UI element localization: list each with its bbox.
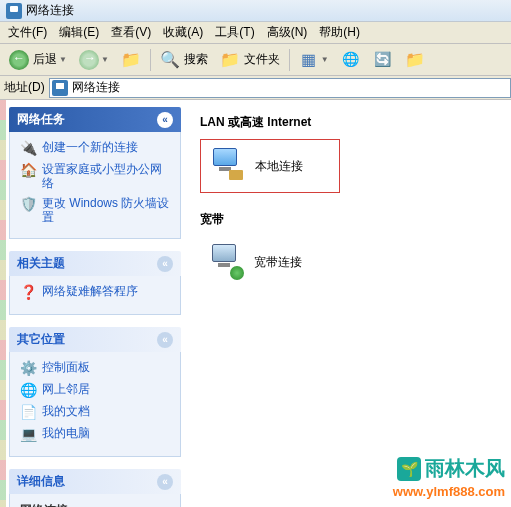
task-new-connection[interactable]: 🔌 创建一个新的连接 [20,140,170,156]
place-label: 网上邻居 [42,382,90,396]
folders-label: 文件夹 [244,51,280,68]
window-titlebar: 网络连接 [0,0,511,22]
search-label: 搜索 [184,51,208,68]
home-network-icon: 🏠 [20,162,36,178]
detail-name: 网络连接 [20,502,170,507]
place-my-computer[interactable]: 💻 我的电脑 [20,426,170,442]
documents-icon: 📄 [20,404,36,420]
separator [150,49,151,71]
group-broadband-header: 宽带 [200,211,501,228]
related-troubleshoot[interactable]: ❓ 网络疑难解答程序 [20,284,170,300]
window-title: 网络连接 [26,2,74,19]
connection-broadband[interactable]: 宽带连接 [200,236,340,288]
related-topics-header[interactable]: 相关主题 « [9,251,181,276]
sync-icon [373,50,393,70]
dropdown-arrow-icon: ▼ [321,55,329,64]
place-network-neighborhood[interactable]: 🌐 网上邻居 [20,382,170,398]
watermark-logo-icon [397,457,421,481]
back-label: 后退 [33,51,57,68]
watermark-brand: 雨林木风 [425,455,505,482]
details-header[interactable]: 详细信息 « [9,469,181,494]
collapse-icon: « [157,256,173,272]
search-icon [160,50,180,70]
place-control-panel[interactable]: ⚙️ 控制面板 [20,360,170,376]
computer-icon: 💻 [20,426,36,442]
back-button[interactable]: 后退 ▼ [4,47,72,73]
toolbar: 后退 ▼ ▼ 搜索 文件夹 ▼ [0,44,511,76]
menu-bar: 文件(F) 编辑(E) 查看(V) 收藏(A) 工具(T) 高级(N) 帮助(H… [0,22,511,44]
other-places-panel: 其它位置 « ⚙️ 控制面板 🌐 网上邻居 📄 我的文档 💻 我 [8,326,182,458]
address-value: 网络连接 [72,79,120,96]
address-label: 地址(D) [4,79,45,96]
search-button[interactable]: 搜索 [155,47,213,73]
watermark: 雨林木风 www.ylmf888.com [393,455,505,499]
new-connection-icon: 🔌 [20,140,36,156]
folders-button[interactable]: 文件夹 [215,47,285,73]
collapse-icon: « [157,112,173,128]
task-label: 创建一个新的连接 [42,140,138,154]
back-arrow-icon [9,50,29,70]
broadband-connection-icon [206,242,246,282]
connection-label: 宽带连接 [254,254,302,271]
sync-button[interactable] [368,47,398,73]
panel-title: 网络任务 [17,111,65,128]
menu-help[interactable]: 帮助(H) [315,22,364,43]
related-label: 网络疑难解答程序 [42,284,138,298]
separator [289,49,290,71]
place-my-documents[interactable]: 📄 我的文档 [20,404,170,420]
watermark-url: www.ylmf888.com [393,484,505,499]
folder-icon [405,50,425,70]
menu-view[interactable]: 查看(V) [107,22,155,43]
panel-title: 其它位置 [17,331,65,348]
address-bar: 地址(D) 网络连接 [0,76,511,100]
group-lan-header: LAN 或高速 Internet [200,114,501,131]
panel-title: 相关主题 [17,255,65,272]
menu-edit[interactable]: 编辑(E) [55,22,103,43]
network-button[interactable] [336,47,366,73]
up-folder-icon [121,50,141,70]
firewall-icon: 🛡️ [20,196,36,212]
views-icon [299,50,319,70]
up-button-2[interactable] [400,47,430,73]
address-icon [52,80,68,96]
up-button[interactable] [116,47,146,73]
views-button[interactable]: ▼ [294,47,334,73]
place-label: 我的文档 [42,404,90,418]
place-label: 控制面板 [42,360,90,374]
network-tasks-panel: 网络任务 « 🔌 创建一个新的连接 🏠 设置家庭或小型办公网络 🛡️ 更改 Wi… [8,106,182,240]
task-label: 更改 Windows 防火墙设置 [42,196,170,224]
task-firewall[interactable]: 🛡️ 更改 Windows 防火墙设置 [20,196,170,224]
menu-advanced[interactable]: 高级(N) [263,22,312,43]
forward-button[interactable]: ▼ [74,47,114,73]
task-home-network[interactable]: 🏠 设置家庭或小型办公网络 [20,162,170,190]
task-pane: 网络任务 « 🔌 创建一个新的连接 🏠 设置家庭或小型办公网络 🛡️ 更改 Wi… [0,100,190,507]
connection-local-area[interactable]: 本地连接 [200,139,340,193]
menu-file[interactable]: 文件(F) [4,22,51,43]
place-label: 我的电脑 [42,426,90,440]
address-input[interactable]: 网络连接 [49,78,511,98]
watermark-logo: 雨林木风 [397,455,505,482]
related-topics-panel: 相关主题 « ❓ 网络疑难解答程序 [8,250,182,316]
connections-view: LAN 或高速 Internet 本地连接 宽带 宽带连接 [190,100,511,507]
folders-icon [220,50,240,70]
connection-label: 本地连接 [255,158,303,175]
app-icon [6,3,22,19]
panel-title: 详细信息 [17,473,65,490]
network-places-icon: 🌐 [20,382,36,398]
lan-connection-icon [207,146,247,186]
task-label: 设置家庭或小型办公网络 [42,162,170,190]
collapse-icon: « [157,332,173,348]
other-places-header[interactable]: 其它位置 « [9,327,181,352]
help-icon: ❓ [20,284,36,300]
decorative-strip [0,100,6,507]
dropdown-arrow-icon: ▼ [101,55,109,64]
menu-tools[interactable]: 工具(T) [211,22,258,43]
network-tasks-header[interactable]: 网络任务 « [9,107,181,132]
details-panel: 详细信息 « 网络连接 系统文件夹 [8,468,182,507]
menu-favorites[interactable]: 收藏(A) [159,22,207,43]
dropdown-arrow-icon: ▼ [59,55,67,64]
collapse-icon: « [157,474,173,490]
network-icon [341,50,361,70]
forward-arrow-icon [79,50,99,70]
control-panel-icon: ⚙️ [20,360,36,376]
